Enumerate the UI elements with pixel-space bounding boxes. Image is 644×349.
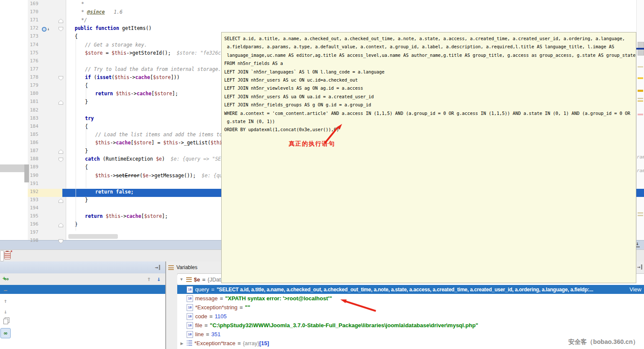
code-token: isset [97,74,112,80]
frames-toolbar: ↑ ↓ [0,273,165,285]
variable-row[interactable]: 18query="SELECT a.id, a.title, a.name, a… [177,285,644,294]
equals-sign: = [220,295,223,302]
variable-name: line [195,331,204,337]
sql-line: LEFT JOIN nh5nr_users AS uc ON uc.id=a.c… [224,76,633,84]
code-line[interactable]: */ [62,17,644,25]
code-token: cache [135,74,150,80]
indent-guide [86,85,86,98]
code-token: -> [120,213,126,219]
code-line[interactable]: * @since 1.6 [62,9,644,17]
code-token: return [85,213,103,219]
code-token: -> [110,140,116,146]
fold-marker-icon[interactable] [59,150,63,154]
fold-marker-icon[interactable] [59,239,63,243]
code-token: cache [116,140,131,146]
line-number: 179 [30,82,49,91]
sql-line: a.fieldparams, a.params, a.type, a.defau… [224,43,633,51]
selected-frame-row[interactable] [0,285,165,294]
equals-sign: = [211,286,215,293]
code-token: $this [105,213,120,219]
fold-marker-icon[interactable] [59,199,63,203]
line-number: 193 [30,197,49,205]
object-icon [186,277,192,282]
fold-marker-icon[interactable] [59,223,63,227]
code-token: $store [144,213,162,219]
variable-value: "SELECT a.id, a.title, a.name, a.checked… [217,287,593,293]
clipboard-icon[interactable] [4,252,11,259]
phpstorm-debug-window: { "editor": { "exec_line": 192, "lines":… [0,0,644,349]
collapsed-region-pill[interactable] [68,234,118,239]
code-token: // Get a storage key. [85,42,147,48]
line-number: 194 [30,205,49,213]
code-token: cache [126,213,141,219]
primitive-icon: 18 [187,304,193,311]
code-token: @since [87,9,105,15]
frame-down-icon[interactable]: ↓ [157,275,161,283]
add-watch-icon[interactable]: +oo [0,275,11,282]
variable-row[interactable]: 18file="C:\phpStudy32\WWW\Joomla_3.7.0-S… [177,321,644,330]
code-token: (RuntimeException [100,156,156,162]
line-number: 169 [30,1,49,9]
variable-row[interactable]: 18*Exception*string="" [177,303,644,312]
remove-watch-icon[interactable]: — [0,287,11,293]
code-token: [ [141,213,144,219]
code-token: = [103,50,112,56]
code-token: [ [131,140,134,146]
equals-sign: = [205,322,208,328]
watermark: 安全客（bobao.360.cn） [568,338,639,346]
variable-name: $e [194,276,200,283]
code-token: $this [114,74,129,80]
move-down-icon[interactable]: ↓ [0,308,11,315]
variable-value: "" [245,304,250,311]
move-up-icon[interactable]: ↑ [0,298,11,304]
line-number: 176 [30,58,49,66]
equals-sign: = [202,276,205,283]
variable-root-row[interactable]: ▼ $e = {JData [177,275,224,284]
code-token: $e [156,156,162,162]
variables-menu-icon[interactable] [168,265,174,270]
fold-marker-icon[interactable] [59,76,63,80]
fold-marker-icon[interactable] [59,100,63,105]
code-token: $store [153,74,171,80]
fold-marker-icon[interactable] [59,19,63,23]
code-token: setError [116,173,139,179]
primitive-icon: 18 [187,331,193,338]
line-number: 191 [30,181,49,189]
show-watches-icon[interactable]: ∞ [0,328,11,338]
expander-icon[interactable]: ▶ [177,341,187,346]
expander-icon[interactable]: ▼ [179,277,184,282]
copy-icon[interactable] [0,319,11,326]
code-token: public function [75,25,119,31]
code-line[interactable]: * [62,1,644,9]
fold-marker-icon[interactable] [59,27,63,31]
splitter-handle[interactable] [0,250,4,261]
equals-sign: = [240,304,243,311]
code-token: * [81,1,84,7]
variable-value: 351 [211,331,221,337]
frames-panel-header: → [0,261,165,274]
sql-line: LEFT JOIN nh5nr_fields_groups AS g ON g.… [224,101,633,109]
line-number: 185 [30,132,49,140]
sql-line: ORDER BY updatexml(1,concat(0x3e,user())… [224,126,633,134]
variable-row[interactable]: 18code=1105 [177,312,644,321]
indent-guide [86,167,86,188]
hide-panel-icon[interactable]: → [155,265,160,270]
override-marker-icon[interactable] [42,27,47,32]
line-number: 188 [30,156,49,164]
fold-marker-icon[interactable] [59,158,63,162]
view-link[interactable]: View [627,286,644,293]
variable-row[interactable]: 18message="XPATH syntax error: '>root@lo… [177,294,644,303]
sql-line: g.state IN (0, 1)) [224,117,633,126]
variable-row[interactable]: 18line=351 [177,330,644,339]
line-number: 186 [30,140,49,148]
line-number: 180 [30,91,49,99]
clipped-inline-hint: ram [637,168,644,173]
code-token: } [85,197,88,203]
sql-line: WHERE a.context = 'com_content.article' … [224,109,633,117]
line-number: 190 [30,173,49,181]
code-token: [ [152,91,155,97]
sql-line: language_image,uc.name AS editor,ag.titl… [224,51,633,59]
code-token: -> [129,74,135,80]
hide-panel-icon[interactable]: → [637,264,642,270]
frame-up-icon[interactable]: ↑ [147,275,151,283]
